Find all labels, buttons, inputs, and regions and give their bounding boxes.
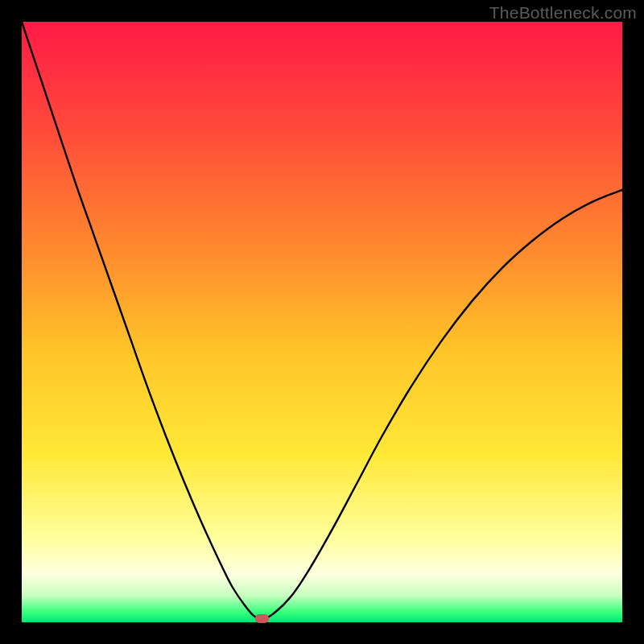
- outer-frame: TheBottleneck.com: [0, 0, 644, 644]
- min-marker: [255, 614, 269, 623]
- curve-layer: [0, 0, 644, 644]
- watermark-text: TheBottleneck.com: [489, 3, 637, 23]
- bottleneck-curve: [22, 22, 622, 619]
